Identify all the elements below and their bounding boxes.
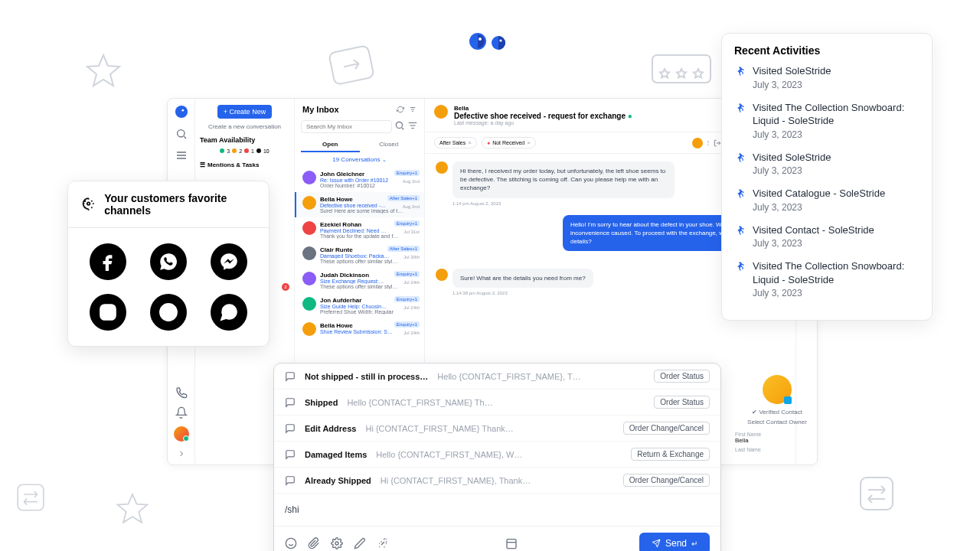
user-avatar[interactable] <box>174 426 189 442</box>
suggestion-item[interactable]: Damaged ItemsHello {CONTACT_FIRST_NAME},… <box>274 442 720 468</box>
attachment-icon[interactable] <box>308 537 320 549</box>
gear-icon[interactable] <box>331 537 343 549</box>
doodle-swap-icon <box>15 482 46 513</box>
whatsapp-icon[interactable] <box>150 243 187 280</box>
svg-point-11 <box>396 122 402 128</box>
contact-panel: ✔ Verified Contact Select Contact Owner … <box>735 375 819 452</box>
conversation-item[interactable]: Jon AufderharSize Guide Help: Choosin…Pr… <box>295 293 424 318</box>
walk-icon <box>734 225 745 236</box>
message-icon <box>285 475 296 486</box>
emoji-icon[interactable] <box>285 537 297 549</box>
message-icon <box>285 371 296 382</box>
conversation-item[interactable]: Clair RunteDamaged Shoebox: Packa…These … <box>295 243 424 268</box>
svg-point-8 <box>175 106 187 118</box>
assignee-avatar[interactable] <box>692 138 703 148</box>
channels-card: Your customers favorite channels <box>67 181 270 347</box>
last-message-time: Last message: a day ago <box>454 120 632 126</box>
message-in: Hi there, I received my order today, but… <box>452 161 675 198</box>
instagram-icon[interactable] <box>90 294 126 331</box>
verified-badge: ✔ Verified Contact <box>735 409 819 416</box>
suggestion-item[interactable]: Already ShippedHi {CONTACT_FIRST_NAME}, … <box>274 468 720 494</box>
team-availability-title: Team Availability <box>200 136 289 144</box>
search-input[interactable] <box>301 120 392 133</box>
activity-item: Visited SoleStrideJuly 3, 2023 <box>734 151 920 177</box>
mentions-tasks[interactable]: ☰Mentions & Tasks <box>200 161 289 168</box>
conversation-item[interactable]: Bella HoweDefective shoe received -…Sure… <box>295 192 424 217</box>
suggestion-item[interactable]: Not shipped - still in process…Hello {CO… <box>274 364 720 390</box>
suggestion-item[interactable]: Edit AddressHi {CONTACT_FIRST_NAME} Than… <box>274 416 720 442</box>
activities-card: Recent Activities Visited SoleStrideJuly… <box>721 33 933 321</box>
menu-icon[interactable] <box>175 149 188 161</box>
svg-point-1 <box>479 37 482 41</box>
inbox-title: My Inbox <box>302 105 339 114</box>
walk-icon <box>734 152 745 163</box>
walk-icon <box>734 103 745 113</box>
doodle-star-icon <box>84 54 122 92</box>
svg-point-19 <box>87 202 90 205</box>
magic-icon[interactable] <box>377 537 389 549</box>
activity-item: Visited Catalogue - SoleStrideJuly 3, 20… <box>734 187 920 213</box>
svg-point-31 <box>335 542 338 545</box>
chat-subject: Defective shoe received - request for ex… <box>454 112 632 120</box>
contact-name: Bella <box>454 105 632 112</box>
walk-icon <box>734 66 745 77</box>
send-button[interactable]: Send ↵ <box>639 533 710 551</box>
message-icon <box>285 449 296 460</box>
sms-icon[interactable] <box>211 294 247 331</box>
email-icon[interactable] <box>150 294 187 331</box>
svg-point-3 <box>499 39 501 41</box>
tag-chip[interactable]: After Sales× <box>434 137 477 148</box>
message-in: Sure! What are the details you need from… <box>452 269 593 288</box>
conversation-item[interactable]: Bella HoweShoe Review Submission: S…Enqu… <box>295 318 424 340</box>
doodle-rating-icon <box>651 54 712 92</box>
compose-panel: Not shipped - still in process…Hello {CO… <box>273 363 721 551</box>
phone-icon[interactable] <box>175 386 188 399</box>
send-icon <box>652 539 661 548</box>
brand-logo <box>469 32 511 54</box>
create-new-button[interactable]: + Create New <box>217 105 272 119</box>
tab-closed[interactable]: Closed <box>360 138 419 152</box>
messenger-icon[interactable] <box>211 243 247 280</box>
walk-icon <box>734 261 745 272</box>
chevron-right-icon[interactable] <box>177 449 186 458</box>
svg-point-10 <box>177 130 184 137</box>
tag-chip[interactable]: ●Not Received× <box>482 137 536 148</box>
doodle-star-icon <box>115 493 150 528</box>
svg-point-9 <box>181 109 184 112</box>
sort-icon[interactable] <box>407 120 418 131</box>
svg-point-21 <box>105 309 112 316</box>
logo-icon <box>175 105 188 119</box>
facebook-icon[interactable] <box>90 243 126 280</box>
contact-avatar <box>434 105 448 119</box>
channels-title: Your customers favorite channels <box>104 192 256 217</box>
doodle-reply-icon <box>325 41 379 96</box>
suggestion-item[interactable]: ShippedHello {CONTACT_FIRST_NAME} Th…Ord… <box>274 390 720 416</box>
schedule-icon[interactable] <box>505 537 518 549</box>
conversation-item[interactable]: John GleichnerRe: Issue with Order #1001… <box>295 167 424 192</box>
activity-item: Visited Contact - SoleStrideJuly 3, 2023 <box>734 223 920 249</box>
broadcast-icon <box>80 195 96 214</box>
svg-rect-5 <box>861 478 893 510</box>
svg-rect-4 <box>18 484 44 510</box>
activities-title: Recent Activities <box>734 44 920 57</box>
search-icon[interactable] <box>394 120 405 131</box>
conversation-item[interactable]: Ezekiel RohanPayment Declined: Need …Tha… <box>295 217 424 243</box>
walk-icon <box>734 188 745 199</box>
tab-open[interactable]: Open <box>301 138 360 152</box>
svg-point-22 <box>112 307 113 308</box>
filter-icon[interactable] <box>409 106 416 113</box>
contact-avatar-large <box>763 375 792 404</box>
conversation-item[interactable]: Judah DickinsonSize Exchange Request:…Th… <box>295 268 424 293</box>
message-icon <box>285 397 296 408</box>
refresh-icon[interactable] <box>397 106 404 113</box>
search-icon[interactable] <box>175 128 188 140</box>
first-name-value: Bella <box>735 437 819 444</box>
bell-icon[interactable] <box>175 406 188 419</box>
compose-input[interactable]: /shi <box>274 494 720 526</box>
contact-owner-select[interactable]: Select Contact Owner <box>735 419 819 425</box>
doodle-swap-icon <box>858 474 896 513</box>
leave-icon <box>714 139 721 147</box>
edit-icon[interactable] <box>354 537 366 549</box>
svg-rect-32 <box>507 540 516 549</box>
conversation-count: 19 Conversations ⌄ <box>295 152 424 167</box>
